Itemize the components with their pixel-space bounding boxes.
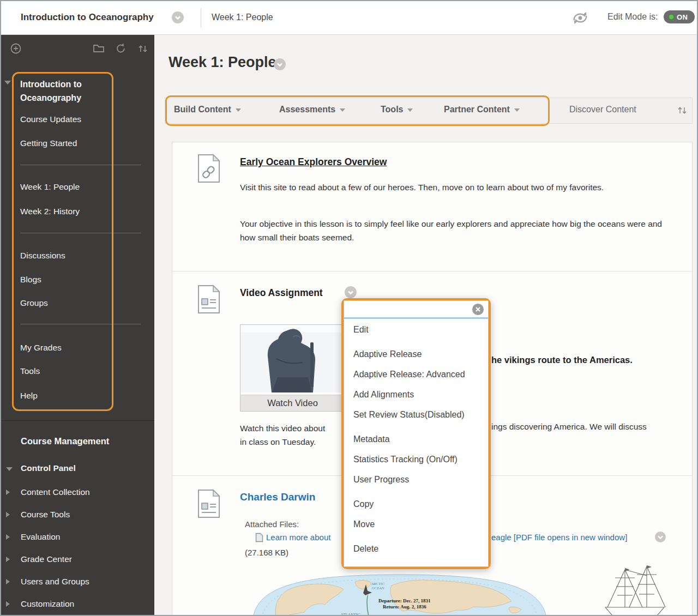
refresh-icon[interactable] bbox=[115, 43, 127, 57]
sidebar-item-course-tools[interactable]: Course Tools bbox=[21, 510, 124, 520]
darwin-item-title-link[interactable]: Charles Darwin bbox=[240, 491, 315, 503]
close-icon[interactable] bbox=[472, 304, 484, 315]
sort-icon[interactable] bbox=[676, 104, 688, 118]
sidebar-divider bbox=[20, 165, 141, 165]
content-item-icon bbox=[197, 284, 221, 317]
sidebar-item-grade-center[interactable]: Grade Center bbox=[21, 554, 124, 564]
sidebar-item-course-updates[interactable]: Course Updates bbox=[20, 114, 124, 124]
menu-item-edit[interactable]: Edit bbox=[353, 325, 488, 336]
ship-drawing-image bbox=[599, 565, 672, 616]
map-arctic-label-2: OCEAN bbox=[372, 586, 384, 590]
sidebar-divider bbox=[20, 233, 141, 233]
folder-view-icon[interactable] bbox=[93, 43, 105, 56]
page-title-chevron[interactable] bbox=[274, 58, 286, 70]
context-menu: Edit Adaptive Release Adaptive Release: … bbox=[344, 300, 489, 567]
course-menu-sidebar: Introduction to Oceanography Course Upda… bbox=[1, 35, 154, 616]
caret-right-icon[interactable] bbox=[6, 601, 10, 607]
file-size: (27.168 KB) bbox=[245, 548, 288, 557]
video-item-title: Video Assignment bbox=[240, 287, 323, 299]
map-arctic-label-1: ARCTIC bbox=[371, 582, 384, 586]
sidebar-item-control-panel[interactable]: Control Panel bbox=[21, 463, 124, 473]
caret-right-icon[interactable] bbox=[6, 579, 10, 584]
sidebar-divider bbox=[20, 324, 141, 324]
map-atlantic-label: ATLANTIC bbox=[340, 613, 360, 616]
context-menu-highlight: Edit Adaptive Release Adaptive Release: … bbox=[341, 298, 491, 569]
content-item-icon bbox=[197, 488, 221, 521]
blackboard-course-page: Introduction to Oceanography Week 1: Peo… bbox=[0, 0, 698, 616]
menu-item-copy[interactable]: Copy bbox=[353, 499, 488, 510]
pdf-link-chevron[interactable] bbox=[655, 532, 666, 542]
overview-item-title-link[interactable]: Early Ocean Explorers Overview bbox=[240, 156, 387, 168]
sidebar-item-tools[interactable]: Tools bbox=[20, 366, 124, 376]
pdf-link-right-fragment[interactable]: eagle [PDF file opens in new window] bbox=[491, 533, 627, 542]
chevron-down-icon bbox=[407, 108, 413, 112]
breadcrumb: Week 1: People bbox=[212, 13, 273, 22]
sidebar-item-discussions[interactable]: Discussions bbox=[20, 251, 124, 261]
context-menu-header bbox=[344, 301, 488, 317]
tools-button[interactable]: Tools bbox=[381, 105, 413, 114]
pdf-link-left-fragment[interactable]: Learn more about bbox=[266, 533, 330, 542]
menu-item-move[interactable]: Move bbox=[353, 520, 488, 530]
edit-mode-label: Edit Mode is: bbox=[607, 12, 658, 22]
map-return-label: Return: Aug. 2, 1836 bbox=[383, 604, 426, 609]
video-caption-fragment: he vikings route to the Americas. bbox=[491, 355, 633, 365]
menu-item-set-review-status[interactable]: Set Review Status(Disabled) bbox=[353, 410, 488, 421]
topbar-divider bbox=[201, 8, 201, 28]
course-title: Introduction to Oceanography bbox=[21, 12, 154, 23]
menu-item-user-progress[interactable]: User Progress bbox=[353, 475, 488, 486]
caret-down-icon[interactable] bbox=[6, 467, 13, 471]
item-divider bbox=[172, 271, 692, 271]
caret-right-icon[interactable] bbox=[6, 557, 10, 562]
menu-item-metadata[interactable]: Metadata bbox=[353, 434, 488, 445]
course-title-chevron[interactable] bbox=[172, 11, 184, 23]
sidebar-item-blogs[interactable]: Blogs bbox=[20, 275, 124, 285]
menu-item-add-alignments[interactable]: Add Alignments bbox=[353, 390, 488, 401]
overview-paragraph-2: Your objective in this lesson is to simp… bbox=[240, 217, 673, 244]
chevron-down-icon bbox=[236, 108, 241, 112]
menu-item-adaptive-release[interactable]: Adaptive Release bbox=[353, 349, 488, 360]
reorder-icon[interactable] bbox=[137, 43, 149, 57]
attached-files-label: Attached Files: bbox=[245, 520, 299, 529]
sidebar-item-week-2-history[interactable]: Week 2: History bbox=[20, 207, 124, 216]
add-menu-item-icon[interactable] bbox=[10, 43, 22, 57]
video-thumbnail[interactable]: Watch Video bbox=[240, 324, 345, 412]
caret-right-icon[interactable] bbox=[6, 534, 10, 540]
video-description-line1: Watch this video about bbox=[240, 421, 354, 435]
sidebar-item-evaluation[interactable]: Evaluation bbox=[21, 532, 124, 542]
menu-item-adaptive-release-advanced[interactable]: Adaptive Release: Advanced bbox=[353, 370, 488, 381]
sidebar-item-users-and-groups[interactable]: Users and Groups bbox=[21, 577, 124, 587]
partner-content-button[interactable]: Partner Content bbox=[444, 105, 520, 114]
caret-down-icon[interactable] bbox=[4, 81, 11, 84]
sidebar-item-content-collection[interactable]: Content Collection bbox=[21, 487, 124, 497]
menu-item-delete[interactable]: Delete bbox=[353, 544, 488, 555]
caret-right-icon[interactable] bbox=[6, 512, 10, 517]
sidebar-item-week-1-people[interactable]: Week 1: People bbox=[20, 182, 124, 192]
video-description-left: Watch this video about in class on Tuesd… bbox=[240, 421, 354, 449]
assessments-button[interactable]: Assessments bbox=[279, 105, 345, 114]
menu-item-statistics-tracking[interactable]: Statistics Tracking (On/Off) bbox=[353, 455, 488, 466]
video-item-chevron[interactable] bbox=[345, 286, 357, 298]
voyage-map-image: ARCTIC OCEAN ATLANTIC Departure: Dec. 27… bbox=[243, 569, 557, 616]
file-icon bbox=[255, 533, 263, 545]
discover-content-button[interactable]: Discover Content bbox=[569, 105, 636, 114]
student-preview-icon[interactable] bbox=[570, 10, 591, 28]
sidebar-item-getting-started[interactable]: Getting Started bbox=[20, 138, 124, 148]
edit-mode-state: ON bbox=[677, 13, 688, 21]
sidebar-item-course-entry[interactable]: Introduction to Oceanography bbox=[20, 77, 102, 105]
build-content-button[interactable]: Build Content bbox=[174, 105, 241, 114]
content-list: Early Ocean Explorers Overview Visit thi… bbox=[172, 142, 693, 616]
edit-mode-toggle[interactable]: ON bbox=[664, 10, 695, 23]
sidebar-item-help[interactable]: Help bbox=[20, 391, 124, 401]
chevron-down-icon bbox=[274, 58, 286, 70]
sidebar-section-separator bbox=[1, 420, 154, 421]
sidebar-item-my-grades[interactable]: My Grades bbox=[20, 343, 124, 353]
page-title: Week 1: People bbox=[169, 54, 276, 71]
top-bar: Introduction to Oceanography Week 1: Peo… bbox=[1, 1, 697, 35]
map-departure-label: Departure: Dec. 27, 1831 bbox=[378, 598, 431, 603]
video-description-line2: in class on Tuesday. bbox=[240, 435, 354, 449]
assessments-label: Assessments bbox=[279, 105, 335, 114]
sidebar-item-customization[interactable]: Customization bbox=[21, 599, 124, 609]
caret-right-icon[interactable] bbox=[6, 490, 10, 495]
sidebar-item-groups[interactable]: Groups bbox=[20, 298, 124, 308]
watch-video-button[interactable]: Watch Video bbox=[240, 395, 345, 411]
